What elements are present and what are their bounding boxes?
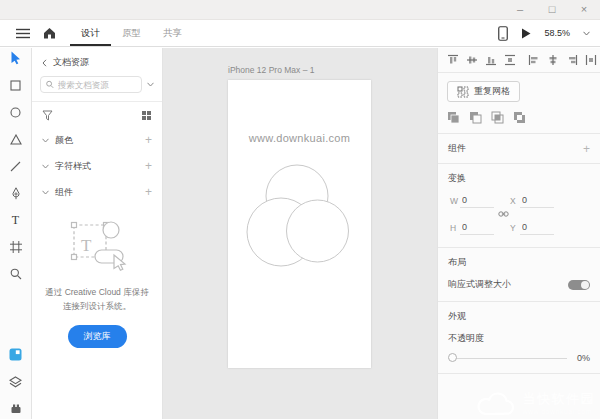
hamburger-menu-button[interactable] — [10, 20, 36, 46]
artboard-tool[interactable] — [0, 238, 31, 256]
add-component-button[interactable]: + — [583, 143, 590, 155]
layout-section: 布局 响应式调整大小 — [438, 248, 600, 302]
alignment-toolbar — [438, 48, 600, 73]
repeat-grid-button[interactable]: 重复网格 — [447, 81, 520, 102]
chevron-left-icon[interactable] — [42, 59, 47, 67]
ellipse-tool[interactable] — [0, 103, 31, 121]
boolean-intersect-icon[interactable] — [491, 111, 504, 124]
add-color-button[interactable]: + — [145, 134, 152, 146]
y-input[interactable] — [520, 221, 554, 235]
plugins-panel-button[interactable] — [0, 399, 31, 417]
assets-filter-row — [32, 102, 162, 127]
circle-bottom-right[interactable] — [287, 200, 349, 262]
width-input[interactable] — [460, 194, 494, 208]
align-left-icon[interactable] — [528, 54, 540, 66]
x-input[interactable] — [520, 194, 554, 208]
home-button[interactable] — [36, 20, 62, 46]
component-label: 组件 — [448, 142, 466, 155]
layers-panel-button[interactable] — [0, 373, 31, 391]
canvas[interactable]: iPhone 12 Pro Max – 1 www.downkuai.com — [163, 48, 437, 419]
responsive-resize-toggle[interactable] — [568, 280, 590, 290]
window-close-button[interactable]: × — [568, 0, 600, 20]
text-tool[interactable]: T — [0, 211, 31, 229]
cc-libraries-message: 通过 Creative Cloud 库保持连接到设计系统。 — [43, 285, 151, 313]
filter-funnel-icon[interactable] — [42, 110, 53, 121]
responsive-resize-row: 响应式调整大小 — [448, 278, 590, 291]
responsive-resize-label: 响应式调整大小 — [448, 278, 511, 291]
play-preview-icon[interactable] — [521, 28, 531, 39]
distribute-horizontal-icon[interactable] — [585, 54, 597, 66]
chevron-down-icon[interactable] — [42, 164, 49, 169]
repeat-grid-icon — [457, 86, 469, 98]
boolean-ops-row — [438, 104, 600, 134]
select-tool[interactable] — [0, 49, 31, 67]
assets-panel-title: 文档资源 — [53, 56, 89, 69]
align-top-icon[interactable] — [447, 54, 459, 66]
align-right-icon[interactable] — [566, 54, 578, 66]
rectangle-tool[interactable] — [0, 76, 31, 94]
hamburger-icon — [16, 28, 30, 39]
text-tool-icon: T — [12, 213, 19, 228]
assets-search-input[interactable] — [58, 80, 136, 90]
zoom-chevron-down-icon[interactable] — [583, 31, 590, 36]
property-inspector: 重复网格 组件 + 变换 — [437, 48, 600, 419]
mode-tabs: 设计 原型 共享 — [70, 20, 193, 46]
libraries-panel-button[interactable] — [0, 345, 31, 363]
repeat-grid-label: 重复网格 — [474, 85, 510, 98]
transform-row-2: H Y — [450, 221, 590, 235]
tab-prototype[interactable]: 原型 — [111, 20, 152, 46]
assets-section-components[interactable]: 组件 + — [32, 179, 162, 205]
assets-section-character-styles[interactable]: 字符样式 + — [32, 153, 162, 179]
assets-search-box[interactable] — [40, 76, 142, 93]
plugins-icon — [10, 403, 22, 414]
boolean-subtract-icon[interactable] — [469, 111, 482, 124]
app-toolbar: 设计 原型 共享 未命名-1 * 58.5% — [0, 20, 600, 47]
tab-design[interactable]: 设计 — [70, 20, 111, 46]
svg-text:T: T — [81, 236, 92, 255]
artboard-title[interactable]: iPhone 12 Pro Max – 1 — [228, 65, 314, 75]
polygon-icon — [10, 134, 22, 145]
browse-library-button[interactable]: 浏览库 — [68, 325, 127, 348]
pen-icon — [11, 187, 21, 200]
pen-tool[interactable] — [0, 184, 31, 202]
tab-share[interactable]: 共享 — [152, 20, 193, 46]
window-minimize-button[interactable]: – — [504, 0, 536, 20]
polygon-tool[interactable] — [0, 130, 31, 148]
opacity-slider-knob[interactable] — [448, 353, 457, 362]
align-center-icon[interactable] — [547, 54, 559, 66]
add-component-button[interactable]: + — [145, 186, 152, 198]
align-middle-icon[interactable] — [466, 54, 478, 66]
grid-view-icon[interactable] — [141, 110, 152, 121]
boolean-add-icon[interactable] — [447, 111, 460, 124]
chevron-down-icon[interactable] — [42, 190, 49, 195]
boolean-exclude-icon[interactable] — [513, 111, 526, 124]
width-label: W — [450, 196, 460, 206]
magnifier-icon — [10, 268, 22, 280]
add-character-style-button[interactable]: + — [145, 160, 152, 172]
artboard[interactable]: www.downkuai.com — [228, 80, 371, 368]
lock-aspect-chain-icon[interactable] — [498, 210, 509, 218]
opacity-slider-track[interactable] — [448, 358, 567, 359]
home-icon — [43, 27, 56, 39]
vertical-align-group — [447, 54, 516, 66]
component-row: 组件 + — [438, 134, 600, 164]
transform-section: 变换 W X H Y — [438, 164, 600, 248]
repeat-grid-row: 重复网格 — [438, 73, 600, 104]
height-input[interactable] — [460, 221, 494, 235]
document-assets-panel: 文档资源 — [32, 48, 163, 419]
window-titlebar: – □ × — [0, 0, 600, 20]
search-scope-chevron-icon[interactable] — [147, 82, 154, 87]
zoom-tool[interactable] — [0, 265, 31, 283]
libraries-icon — [9, 348, 22, 361]
distribute-vertical-icon[interactable] — [504, 54, 516, 66]
align-bottom-icon[interactable] — [485, 54, 497, 66]
ellipse-icon — [10, 107, 21, 118]
assets-section-colors[interactable]: 颜色 + — [32, 127, 162, 153]
artboard-icon — [10, 241, 22, 253]
zoom-level[interactable]: 58.5% — [544, 28, 570, 38]
device-preview-icon[interactable] — [498, 26, 508, 41]
chevron-down-icon[interactable] — [42, 138, 49, 143]
line-tool[interactable] — [0, 157, 31, 175]
window-maximize-button[interactable]: □ — [536, 0, 568, 20]
appearance-section: 外观 不透明度 0% — [438, 302, 600, 374]
